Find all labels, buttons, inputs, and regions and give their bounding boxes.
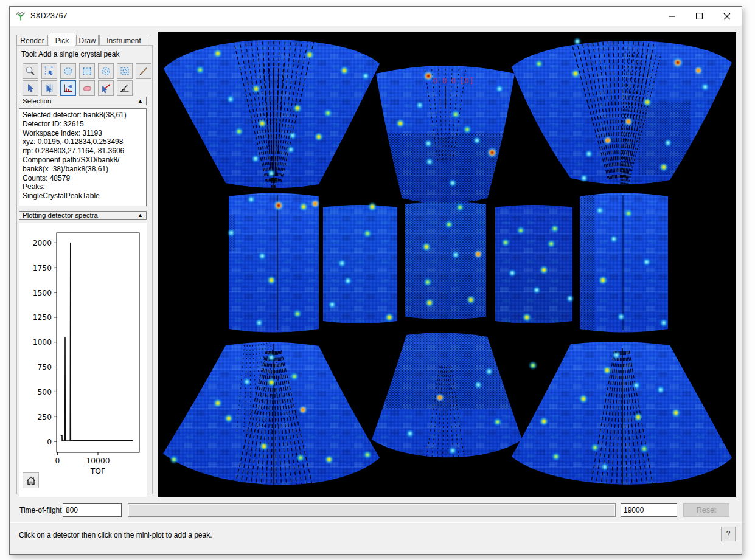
draw-free-tool-button[interactable]: [136, 63, 151, 79]
svg-text:1750: 1750: [33, 264, 52, 272]
selection-header[interactable]: Selection ▲: [19, 97, 147, 105]
tof-label: Time-of-flight: [19, 506, 62, 514]
svg-text:0: 0: [55, 457, 60, 465]
status-message: Click on a detector then click on the mi…: [19, 531, 212, 539]
window-title: SXD23767: [30, 12, 67, 20]
eraser-icon: [82, 83, 92, 94]
svg-text:10000: 10000: [86, 457, 110, 465]
draw-rectangle-ring-tool-button[interactable]: [117, 63, 133, 79]
rectangle-ring-icon: [119, 66, 130, 77]
plot-peak-icon: [63, 83, 74, 94]
tof-max-input[interactable]: [621, 503, 677, 517]
tab-instrument[interactable]: Instrument: [99, 35, 148, 46]
erase-tool-button[interactable]: [79, 80, 95, 96]
svg-text:2000: 2000: [33, 239, 52, 247]
svg-text:500: 500: [38, 388, 52, 396]
collapse-icon[interactable]: ▲: [137, 97, 143, 105]
instrument-view-window: SXD23767 Render Pick Draw Instrument Too…: [9, 6, 742, 555]
svg-text:1000: 1000: [33, 338, 52, 347]
minimize-icon: [669, 13, 675, 19]
pointer-icon: [25, 83, 36, 94]
rectangle-icon: [82, 66, 92, 77]
compare-peak-tool-button[interactable]: θ: [117, 80, 133, 96]
tof-min-input[interactable]: [63, 503, 122, 517]
edit-shape-icon: [44, 66, 55, 77]
collapse-icon[interactable]: ▲: [137, 212, 143, 219]
draw-rectangle-tool-button[interactable]: [79, 63, 95, 79]
reset-button[interactable]: Reset: [683, 503, 729, 517]
select-tube-tool-button[interactable]: [41, 80, 57, 96]
svg-text:1500: 1500: [33, 289, 52, 297]
svg-text:θ: θ: [122, 88, 124, 92]
peak-annotation: 0 0 0 [0]: [433, 77, 474, 85]
miniplot-figure: 025050075010001250150017502000010000TOF: [19, 223, 147, 497]
plot-panel-header-label: Plotting detector spectra: [23, 212, 98, 219]
ellipse-ring-icon: [100, 66, 111, 77]
close-button[interactable]: [713, 7, 740, 26]
svg-text:1250: 1250: [33, 313, 52, 322]
ellipse-icon: [63, 66, 74, 77]
svg-text:750: 750: [38, 363, 52, 372]
selection-header-label: Selection: [23, 97, 51, 105]
draw-ellipse-ring-tool-button[interactable]: [98, 63, 114, 79]
edit-shape-tool-button[interactable]: [41, 63, 57, 79]
tube-pointer-icon: [44, 83, 55, 94]
select-peak-tool-button[interactable]: [98, 80, 114, 96]
peak-pointer-icon: [100, 83, 111, 94]
svg-text:TOF: TOF: [90, 467, 105, 475]
home-icon: [26, 476, 36, 485]
title-bar[interactable]: SXD23767: [10, 7, 742, 26]
mantid-app-icon: [15, 10, 26, 21]
tof-slider[interactable]: [128, 503, 616, 517]
angle-measure-icon: θ: [119, 83, 130, 94]
selection-info: Selected detector: bank8(38,61)Detector …: [19, 108, 147, 206]
miniplot-home-button[interactable]: [23, 472, 39, 488]
tool-label: Tool: Add a single crystal peak: [21, 50, 119, 58]
pencil-line-icon: [138, 66, 149, 77]
close-icon: [723, 13, 731, 20]
svg-text:250: 250: [38, 413, 52, 421]
tab-draw[interactable]: Draw: [76, 35, 99, 46]
instrument-projection-view[interactable]: 0 0 0 [0]: [158, 32, 736, 497]
miniplot[interactable]: 025050075010001250150017502000010000TOF: [19, 223, 147, 494]
draw-ellipse-tool-button[interactable]: [60, 63, 76, 79]
maximize-icon: [696, 13, 703, 19]
maximize-button[interactable]: [686, 7, 713, 26]
tab-render[interactable]: Render: [16, 35, 48, 46]
zoom-icon: [25, 66, 36, 77]
plot-panel-header[interactable]: Plotting detector spectra ▲: [19, 211, 147, 220]
status-separator: [10, 522, 742, 523]
zoom-tool-button[interactable]: [23, 63, 38, 79]
select-plot-tool-button[interactable]: [60, 80, 76, 96]
svg-text:0: 0: [47, 438, 52, 446]
help-button[interactable]: ?: [721, 527, 736, 541]
navigate-tool-button[interactable]: [23, 80, 38, 96]
tab-pick[interactable]: Pick: [49, 33, 75, 46]
minimize-button[interactable]: [658, 7, 686, 26]
